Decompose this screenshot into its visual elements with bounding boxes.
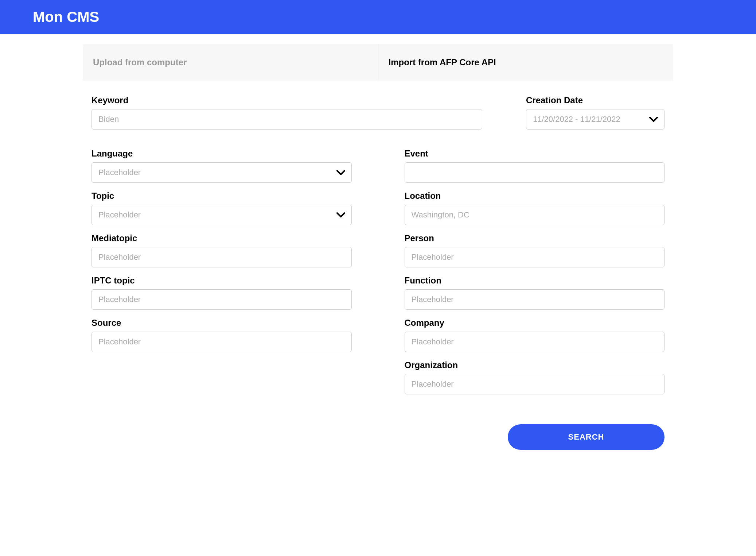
language-label: Language [91, 148, 352, 159]
source-input[interactable] [91, 332, 352, 352]
organization-label: Organization [405, 360, 665, 370]
event-label: Event [405, 148, 665, 159]
iptc-topic-input[interactable] [91, 289, 352, 310]
language-select[interactable]: Placeholder [91, 162, 352, 183]
company-input[interactable] [405, 332, 665, 352]
mediatopic-label: Mediatopic [91, 233, 352, 243]
tab-import-afp[interactable]: Import from AFP Core API [378, 44, 674, 81]
location-label: Location [405, 191, 665, 201]
location-input[interactable] [405, 205, 665, 225]
source-label: Source [91, 318, 352, 328]
topic-select[interactable]: Placeholder [91, 205, 352, 225]
topic-label: Topic [91, 191, 352, 201]
function-label: Function [405, 275, 665, 286]
app-header: Mon CMS [0, 0, 756, 34]
creation-date-picker[interactable]: 11/20/2022 - 11/21/2022 [526, 109, 665, 130]
tabs: Upload from computer Import from AFP Cor… [83, 44, 673, 81]
creation-date-label: Creation Date [526, 95, 665, 105]
mediatopic-input[interactable] [91, 247, 352, 267]
app-title: Mon CMS [33, 9, 723, 25]
tab-upload[interactable]: Upload from computer [83, 44, 378, 81]
event-input[interactable] [405, 162, 665, 183]
function-input[interactable] [405, 289, 665, 310]
keyword-input[interactable] [91, 109, 482, 130]
search-button[interactable]: Search [508, 424, 665, 450]
organization-input[interactable] [405, 374, 665, 394]
person-input[interactable] [405, 247, 665, 267]
person-label: Person [405, 233, 665, 243]
iptc-topic-label: IPTC topic [91, 275, 352, 286]
keyword-label: Keyword [91, 95, 482, 105]
company-label: Company [405, 318, 665, 328]
